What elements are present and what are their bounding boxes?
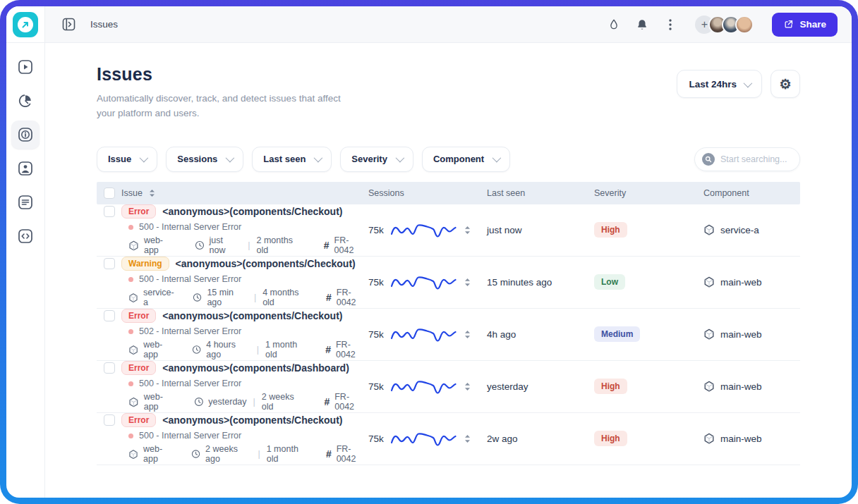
component-cell[interactable]: main-web — [703, 276, 800, 288]
settings-button[interactable]: ⚙ — [771, 70, 800, 98]
select-all-checkbox[interactable] — [104, 188, 115, 199]
sort-icon[interactable] — [149, 189, 155, 197]
filter-severity[interactable]: Severity — [340, 147, 413, 172]
status-dot — [128, 277, 133, 282]
column-label-severity[interactable]: Severity — [594, 188, 703, 198]
issue-title[interactable]: <anonymous>(components/Checkout) — [162, 414, 342, 426]
gear-icon: ⚙ — [779, 76, 791, 92]
breadcrumb[interactable]: Issues — [90, 19, 118, 30]
issue-ref: FR-0042 — [337, 444, 368, 464]
sessions-sort-icon[interactable] — [464, 278, 471, 287]
row-checkbox[interactable] — [104, 414, 115, 426]
search-box[interactable] — [694, 147, 800, 171]
sessions-sort-icon[interactable] — [464, 382, 471, 391]
hexagon-package-icon — [703, 224, 715, 235]
logo-cell — [6, 6, 45, 43]
issue-type-badge: Error — [121, 204, 156, 219]
component-cell[interactable]: main-web — [703, 328, 800, 340]
clock-icon — [191, 449, 200, 459]
document-icon — [18, 195, 33, 210]
component-cell[interactable]: service-a — [703, 224, 800, 235]
component-name: main-web — [720, 434, 762, 444]
last-seen-cell: 15 minutes ago — [487, 277, 594, 288]
sidebar-toggle-icon[interactable] — [61, 17, 76, 32]
issue-app: web-app — [143, 444, 175, 464]
issue-title[interactable]: <anonymous>(components/Checkout) — [162, 310, 342, 321]
sidebar-item-analytics[interactable] — [11, 87, 40, 115]
issue-title[interactable]: <anonymous>(components/Checkout) — [162, 206, 342, 217]
search-icon — [702, 153, 715, 166]
column-label-sessions[interactable]: Sessions — [368, 188, 487, 198]
issue-time-recent: yesterday — [208, 397, 246, 407]
search-input[interactable] — [720, 154, 792, 164]
issue-title[interactable]: <anonymous>(components/Dashboard) — [162, 362, 349, 374]
table-row[interactable]: Error <anonymous>(components/Checkout) 5… — [97, 309, 800, 361]
table-row[interactable]: Error <anonymous>(components/Checkout) 5… — [97, 413, 800, 465]
chevron-down-icon — [314, 154, 323, 163]
status-dot — [128, 381, 133, 386]
issue-app: web-app — [143, 340, 175, 359]
filter-issue[interactable]: Issue — [97, 147, 157, 172]
row-checkbox[interactable] — [104, 310, 115, 321]
issue-subtitle: 500 - Internal Server Error — [139, 274, 241, 284]
severity-cell: High — [594, 431, 703, 446]
sessions-sort-icon[interactable] — [464, 226, 471, 235]
filter-sessions[interactable]: Sessions — [166, 147, 243, 172]
sessions-sparkline — [389, 220, 459, 240]
row-checkbox[interactable] — [104, 362, 115, 374]
issue-cell: Warning <anonymous>(components/Checkout)… — [97, 257, 368, 307]
issue-type-badge: Warning — [121, 257, 169, 271]
issue-time-old: 1 month old — [267, 444, 310, 464]
top-bar: Issues + — [6, 6, 852, 43]
share-button[interactable]: Share — [772, 13, 838, 37]
time-range-label: Last 24hrs — [689, 79, 737, 90]
avatar[interactable] — [735, 16, 754, 34]
sessions-sort-icon[interactable] — [464, 330, 471, 339]
filter-component[interactable]: Component — [422, 147, 510, 172]
bell-icon[interactable] — [634, 17, 650, 32]
sessions-cell: 75k — [368, 324, 487, 344]
issue-cell: Error <anonymous>(components/Checkout) 5… — [97, 309, 368, 359]
filter-last-seen[interactable]: Last seen — [252, 147, 332, 172]
avatar-group: + — [695, 16, 754, 34]
chevron-down-icon — [140, 154, 149, 163]
component-cell[interactable]: main-web — [703, 433, 800, 444]
hexagon-package-icon — [128, 345, 138, 355]
component-cell[interactable]: main-web — [703, 381, 800, 392]
share-button-label: Share — [799, 19, 826, 30]
divider: | — [246, 240, 251, 250]
issue-type-badge: Error — [121, 361, 156, 375]
issue-cell: Error <anonymous>(components/Checkout) 5… — [97, 413, 368, 464]
user-icon — [18, 161, 33, 176]
issue-ref: FR-0042 — [334, 392, 368, 412]
last-seen-cell: 2w ago — [487, 434, 594, 444]
issue-title[interactable]: <anonymous>(components/Checkout) — [176, 258, 356, 269]
sidebar-item-people[interactable] — [11, 154, 40, 183]
column-label[interactable]: Issue — [121, 188, 143, 198]
main-content: Issues Automatically discover, track, an… — [45, 43, 852, 498]
table-row[interactable]: Warning <anonymous>(components/Checkout)… — [97, 257, 800, 309]
issue-cell: Error <anonymous>(components/Dashboard) … — [97, 361, 368, 412]
sidebar-item-code[interactable] — [11, 222, 40, 250]
sidebar-item-replays[interactable] — [11, 53, 40, 81]
column-label-last-seen[interactable]: Last seen — [487, 188, 594, 198]
sessions-sort-icon[interactable] — [464, 434, 471, 443]
column-label-component[interactable]: Component — [703, 188, 800, 198]
droplet-icon[interactable] — [606, 17, 622, 32]
sidebar-item-docs[interactable] — [11, 188, 40, 216]
app-logo[interactable] — [13, 12, 38, 37]
table-row[interactable]: Error <anonymous>(components/Checkout) 5… — [97, 204, 800, 257]
time-range-dropdown[interactable]: Last 24hrs — [677, 70, 762, 98]
severity-cell: Medium — [594, 326, 703, 342]
table-row[interactable]: Error <anonymous>(components/Dashboard) … — [97, 361, 800, 413]
issue-time-old: 4 months old — [262, 288, 310, 307]
row-checkbox[interactable] — [104, 206, 115, 217]
sidebar-item-issues[interactable] — [11, 121, 40, 149]
external-link-icon — [783, 19, 794, 30]
row-checkbox[interactable] — [104, 258, 115, 269]
kebab-menu-icon[interactable] — [663, 17, 678, 32]
sessions-count: 75k — [368, 381, 384, 392]
status-dot — [128, 225, 133, 230]
status-dot — [128, 434, 133, 438]
app-logo-arrow-icon — [18, 17, 33, 32]
